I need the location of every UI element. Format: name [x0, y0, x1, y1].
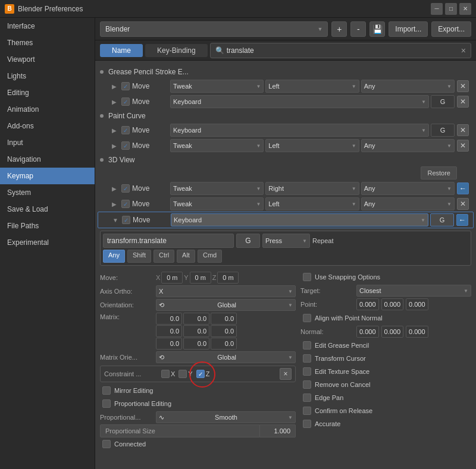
minimize-button[interactable]: ─ — [431, 3, 443, 15]
sidebar-item-themes[interactable]: Themes — [0, 34, 95, 51]
side-select[interactable]: Left▼ — [265, 80, 359, 93]
sidebar-item-interface[interactable]: Interface — [0, 18, 95, 34]
z-axis-box[interactable] — [196, 370, 205, 378]
clear-constraint-button[interactable]: × — [280, 368, 292, 380]
proportional-editing-checkbox[interactable] — [102, 399, 111, 408]
any-select[interactable]: Any▼ — [361, 80, 455, 93]
matrix-cell[interactable]: 0.0 — [183, 325, 209, 337]
row-checkbox[interactable] — [121, 141, 130, 150]
target-select[interactable]: Closest▼ — [356, 285, 471, 297]
remove-on-cancel-checkbox[interactable] — [303, 380, 311, 389]
tab-keybinding[interactable]: Key-Binding — [145, 44, 208, 57]
expand-arrow[interactable]: ▶ — [112, 83, 119, 90]
x-axis-checkbox[interactable]: X — [161, 370, 175, 378]
key-field[interactable]: G — [236, 234, 260, 248]
point-y[interactable]: 0.000 — [381, 298, 404, 310]
side-select[interactable]: Left▼ — [265, 197, 359, 210]
connected-checkbox[interactable] — [102, 440, 111, 448]
search-clear-button[interactable]: × — [461, 46, 466, 55]
normal-y[interactable]: 0.000 — [381, 326, 404, 338]
expand-arrow[interactable]: ▼ — [112, 217, 120, 224]
matrix-cell[interactable]: 0.0 — [211, 338, 237, 350]
sidebar-item-viewport[interactable]: Viewport — [0, 51, 95, 68]
sidebar-item-filepaths[interactable]: File Paths — [0, 218, 95, 234]
sidebar-item-editing[interactable]: Editing — [0, 84, 95, 101]
navigate-button[interactable]: ← — [457, 182, 469, 194]
transform-cursor-checkbox[interactable] — [303, 354, 311, 363]
y-axis-checkbox[interactable]: Y — [178, 370, 192, 378]
normal-z[interactable]: 0.000 — [406, 326, 428, 338]
any-select[interactable]: Any▼ — [361, 197, 455, 210]
expand-arrow[interactable]: ▶ — [112, 143, 119, 149]
expand-arrow[interactable]: ▶ — [112, 201, 119, 207]
delete-row-button[interactable]: ✕ — [457, 198, 469, 210]
axis-ortho-select[interactable]: X▼ — [156, 285, 296, 297]
expand-arrow[interactable]: ▶ — [112, 185, 119, 192]
normal-x[interactable]: 0.000 — [356, 326, 379, 338]
op-name-input[interactable] — [103, 234, 234, 248]
event-select[interactable]: Tweak▼ — [170, 80, 264, 93]
row-checkbox[interactable] — [121, 184, 130, 193]
sidebar-item-keymap[interactable]: Keymap — [0, 168, 95, 184]
sidebar-item-input[interactable]: Input — [0, 134, 95, 151]
sidebar-item-addons[interactable]: Add-ons — [0, 118, 95, 134]
z-value[interactable]: 0 m — [217, 272, 239, 284]
event-select[interactable]: Tweak▼ — [170, 197, 264, 210]
sidebar-item-lights[interactable]: Lights — [0, 68, 95, 84]
row-checkbox[interactable] — [122, 216, 130, 224]
sidebar-item-saveload[interactable]: Save & Load — [0, 201, 95, 218]
proportional-size-value[interactable]: 1.000 — [260, 424, 296, 437]
shift-modifier-btn[interactable]: Shift — [127, 250, 151, 263]
save-preset-button[interactable]: 💾 — [369, 21, 385, 37]
add-preset-button[interactable]: + — [331, 21, 347, 37]
matrix-cell[interactable]: 0.0 — [183, 313, 209, 325]
edge-pan-checkbox[interactable] — [303, 394, 311, 402]
use-snapping-checkbox[interactable] — [303, 273, 311, 281]
delete-row-button[interactable]: ✕ — [457, 80, 469, 92]
event-select[interactable]: Keyboard▼ — [170, 124, 429, 137]
row-checkbox[interactable] — [121, 97, 130, 106]
x-value[interactable]: 0 m — [161, 272, 183, 284]
confirm-on-release-checkbox[interactable] — [303, 407, 311, 415]
matrix-cell[interactable]: 0.0 — [156, 338, 182, 350]
z-axis-checkbox[interactable]: Z — [196, 370, 210, 378]
expand-arrow[interactable]: ▶ — [112, 127, 119, 134]
export-button[interactable]: Export... — [431, 21, 471, 37]
any-select[interactable]: Any▼ — [361, 139, 455, 152]
row-checkbox[interactable] — [121, 126, 130, 134]
close-button[interactable]: ✕ — [459, 3, 471, 15]
any-select[interactable]: Any▼ — [361, 182, 455, 195]
expand-arrow[interactable]: ▶ — [112, 99, 119, 105]
orientation-select[interactable]: ⟲ Global▼ — [156, 299, 296, 311]
any-modifier-btn[interactable]: Any — [103, 250, 125, 263]
point-z[interactable]: 0.000 — [406, 298, 428, 310]
y-value[interactable]: 0 m — [190, 272, 211, 284]
alt-modifier-btn[interactable]: Alt — [177, 250, 195, 263]
sidebar-item-experimental[interactable]: Experimental — [0, 234, 95, 251]
side-select[interactable]: Right▼ — [265, 182, 359, 195]
accurate-checkbox[interactable] — [303, 420, 311, 428]
mirror-editing-checkbox[interactable] — [102, 386, 111, 395]
search-input[interactable] — [227, 46, 459, 55]
delete-row-button[interactable]: ✕ — [457, 124, 469, 136]
tab-name[interactable]: Name — [100, 44, 143, 57]
sidebar-item-navigation[interactable]: Navigation — [0, 151, 95, 168]
event-select[interactable]: Tweak▼ — [170, 182, 264, 195]
import-button[interactable]: Import... — [389, 21, 428, 37]
event-select[interactable]: Tweak▼ — [170, 139, 264, 152]
navigate-button[interactable]: ← — [456, 214, 468, 226]
side-select[interactable]: Left▼ — [265, 139, 359, 152]
event-select[interactable]: Keyboard▼ — [171, 213, 428, 226]
row-checkbox[interactable] — [121, 200, 130, 208]
matrix-orien-select[interactable]: ⟲ Global▼ — [156, 351, 296, 363]
point-x[interactable]: 0.000 — [356, 298, 379, 310]
remove-preset-button[interactable]: - — [350, 21, 366, 37]
matrix-cell[interactable]: 0.0 — [211, 313, 237, 325]
matrix-cell[interactable]: 0.0 — [183, 338, 209, 350]
restore-button[interactable]: Restore — [421, 166, 457, 180]
matrix-cell[interactable]: 0.0 — [211, 325, 237, 337]
edit-texture-space-checkbox[interactable] — [303, 367, 311, 376]
cmd-modifier-btn[interactable]: Cmd — [198, 250, 222, 263]
edit-grease-pencil-checkbox[interactable] — [303, 341, 311, 350]
delete-row-button[interactable]: ✕ — [457, 96, 469, 108]
